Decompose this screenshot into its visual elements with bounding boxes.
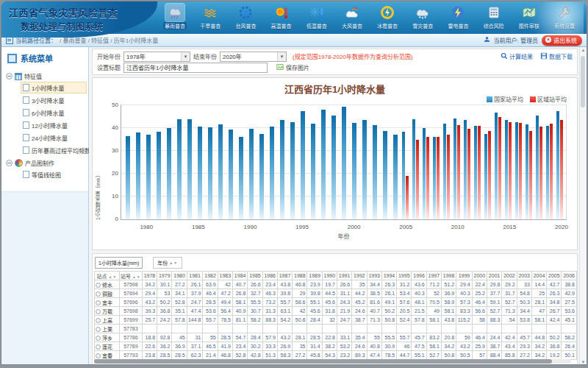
radio-icon[interactable] bbox=[96, 309, 101, 314]
bar-group-1991[interactable] bbox=[257, 105, 267, 219]
bar-group-1990[interactable] bbox=[246, 105, 257, 219]
bar-national[interactable] bbox=[280, 120, 284, 219]
bar-national[interactable] bbox=[146, 135, 151, 219]
toolbar-item-settings[interactable]: 系统设置 bbox=[547, 2, 582, 33]
bar-regional[interactable] bbox=[539, 127, 542, 219]
bar-group-1978[interactable] bbox=[123, 105, 133, 219]
station-name-cell[interactable]: 万载 bbox=[95, 307, 120, 316]
start-year-select[interactable]: 1978年▾ bbox=[123, 52, 190, 62]
legend-national[interactable]: 国家站平均 bbox=[487, 95, 523, 103]
bar-national[interactable] bbox=[249, 129, 254, 219]
bar-group-2005[interactable] bbox=[401, 105, 411, 219]
year-col-header[interactable]: 1984 bbox=[233, 272, 248, 280]
bar-group-2001[interactable] bbox=[359, 105, 370, 219]
bar-national[interactable] bbox=[187, 119, 192, 219]
bar-group-1981[interactable] bbox=[154, 105, 164, 219]
bar-national[interactable] bbox=[198, 127, 202, 219]
year-sort-header[interactable]: 年份▲▼ bbox=[153, 257, 182, 269]
chart-title-input[interactable] bbox=[123, 63, 268, 73]
radio-icon[interactable] bbox=[96, 336, 101, 341]
year-col-header[interactable]: 1993 bbox=[367, 272, 381, 280]
bar-group-1988[interactable] bbox=[226, 105, 236, 219]
year-col-header[interactable]: 1995 bbox=[397, 272, 412, 280]
bar-group-2004[interactable] bbox=[390, 105, 401, 219]
sort-icons[interactable]: ▲▼ bbox=[108, 275, 117, 279]
bar-group-1986[interactable] bbox=[205, 105, 215, 219]
station-id-col-header[interactable]: 站号 ▲▼ bbox=[119, 272, 142, 280]
bar-group-1989[interactable] bbox=[236, 105, 246, 219]
station-name-cell[interactable]: 萍乡 bbox=[95, 333, 120, 342]
bar-national[interactable] bbox=[484, 134, 487, 219]
station-name-cell[interactable]: 上栗 bbox=[95, 325, 120, 333]
collapse-icon[interactable] bbox=[6, 160, 12, 166]
radio-icon[interactable] bbox=[96, 318, 101, 323]
bar-group-2007[interactable] bbox=[421, 105, 431, 219]
bar-national[interactable] bbox=[412, 119, 415, 219]
bar-national[interactable] bbox=[331, 116, 336, 219]
bar-regional[interactable] bbox=[498, 117, 501, 219]
bar-group-1982[interactable] bbox=[164, 105, 174, 219]
year-col-header[interactable]: 1994 bbox=[381, 272, 396, 280]
bar-regional[interactable] bbox=[447, 135, 450, 219]
station-name-cell[interactable]: 上高 bbox=[95, 316, 120, 325]
bar-group-2015[interactable] bbox=[503, 105, 513, 219]
bar-group-2000[interactable] bbox=[349, 105, 359, 219]
bar-regional[interactable] bbox=[457, 125, 460, 219]
toolbar-item-rainstorm[interactable]: 暴雨普查 bbox=[157, 2, 193, 33]
bar-group-1985[interactable] bbox=[195, 105, 205, 219]
toolbar-item-low-temp[interactable]: 低温普查 bbox=[299, 2, 334, 33]
bar-group-2014[interactable] bbox=[492, 105, 503, 219]
end-year-select[interactable]: 2020年▾ bbox=[220, 52, 287, 62]
bar-group-2006[interactable] bbox=[411, 105, 421, 219]
sidebar-item-1h-precip[interactable]: 1小时降水量 bbox=[21, 82, 87, 93]
legend-regional[interactable]: 区域站平均 bbox=[530, 95, 567, 103]
bar-national[interactable] bbox=[290, 122, 295, 219]
bar-group-2017[interactable] bbox=[523, 105, 534, 219]
bar-national[interactable] bbox=[453, 118, 456, 219]
bar-national[interactable] bbox=[342, 107, 346, 219]
bar-national[interactable] bbox=[383, 131, 387, 219]
year-col-header[interactable]: 1986 bbox=[262, 272, 277, 280]
year-col-header[interactable]: 1983 bbox=[218, 272, 232, 280]
bar-national[interactable] bbox=[393, 135, 398, 219]
year-col-header[interactable]: 1997 bbox=[426, 272, 441, 280]
bar-regional[interactable] bbox=[509, 122, 512, 219]
year-col-header[interactable]: 2002 bbox=[502, 272, 517, 280]
year-col-header[interactable]: 2006 bbox=[562, 272, 577, 280]
year-col-header[interactable]: 1979 bbox=[157, 272, 172, 280]
bar-group-2009[interactable] bbox=[442, 105, 452, 219]
collapse-icon[interactable] bbox=[6, 73, 12, 79]
year-col-header[interactable]: 1996 bbox=[412, 272, 426, 280]
save-image-button[interactable]: 保存图片 bbox=[276, 63, 309, 72]
bar-group-1995[interactable] bbox=[298, 105, 308, 219]
bar-group-2002[interactable] bbox=[370, 105, 380, 219]
bar-national[interactable] bbox=[177, 119, 182, 219]
bar-regional[interactable] bbox=[406, 176, 409, 219]
year-col-header[interactable]: 1988 bbox=[293, 272, 307, 280]
toolbar-item-typhoon[interactable]: 台风普查 bbox=[228, 2, 263, 33]
sidebar-item-24h-precip[interactable]: 24小时降水量 bbox=[21, 132, 87, 144]
year-col-header[interactable]: 2004 bbox=[531, 272, 546, 280]
bar-regional[interactable] bbox=[437, 137, 440, 219]
bar-group-1980[interactable] bbox=[143, 105, 154, 219]
bar-regional[interactable] bbox=[560, 120, 563, 219]
station-name-cell[interactable]: 宜丰 bbox=[95, 298, 120, 307]
bar-national[interactable] bbox=[208, 127, 212, 219]
bar-group-1987[interactable] bbox=[215, 105, 226, 219]
station-col-header[interactable]: 站点 ▲▼ bbox=[95, 272, 120, 280]
year-col-header[interactable]: 1978 bbox=[142, 272, 157, 280]
station-name-cell[interactable]: 莲花 bbox=[95, 342, 120, 351]
horizontal-scrollbar[interactable] bbox=[94, 359, 571, 364]
year-col-header[interactable]: 2005 bbox=[547, 272, 562, 280]
bar-regional[interactable] bbox=[550, 124, 553, 219]
bar-group-2008[interactable] bbox=[431, 105, 442, 219]
bar-national[interactable] bbox=[556, 111, 559, 219]
bar-group-1993[interactable] bbox=[277, 105, 287, 219]
bar-regional[interactable] bbox=[529, 131, 532, 219]
bar-regional[interactable] bbox=[478, 126, 481, 219]
bar-group-1992[interactable] bbox=[267, 105, 277, 219]
station-name-cell[interactable]: 铜鼓 bbox=[95, 289, 120, 298]
bar-group-2013[interactable] bbox=[482, 105, 492, 219]
year-col-header[interactable]: 1981 bbox=[187, 272, 203, 280]
year-col-header[interactable]: 2001 bbox=[487, 272, 502, 280]
